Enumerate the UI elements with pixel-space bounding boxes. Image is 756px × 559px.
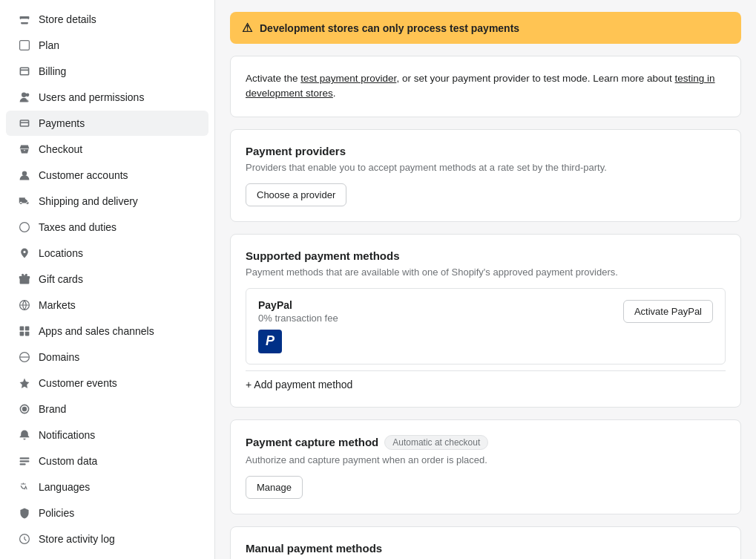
- apps-icon: [18, 324, 31, 338]
- manage-payment-capture-button[interactable]: Manage: [246, 476, 303, 499]
- shipping-icon: [18, 194, 31, 208]
- sidebar-label-custom-data: Custom data: [39, 455, 97, 467]
- manual-payment-methods-title: Manual payment methods: [246, 542, 726, 555]
- sidebar-label-brand: Brand: [39, 403, 66, 415]
- dev-stores-banner: ⚠ Development stores can only process te…: [230, 12, 741, 44]
- languages-icon: [18, 480, 31, 494]
- sidebar-label-billing: Billing: [39, 65, 66, 77]
- sidebar-label-taxes-duties: Taxes and duties: [39, 221, 116, 233]
- paypal-info: PayPal 0% transaction fee: [258, 299, 338, 324]
- activation-note-card: Activate the test payment provider, or s…: [230, 56, 741, 117]
- sidebar-label-store-activity-log: Store activity log: [39, 533, 115, 545]
- sidebar-item-plan[interactable]: Plan: [6, 33, 208, 58]
- sidebar-item-custom-data[interactable]: Custom data: [6, 448, 208, 474]
- sidebar-item-customer-accounts[interactable]: Customer accounts: [6, 163, 208, 188]
- supported-payment-methods-subtitle: Payment methods that are available with …: [246, 267, 726, 278]
- sidebar-item-users-permissions[interactable]: Users and permissions: [6, 85, 208, 110]
- plan-icon: [18, 39, 31, 52]
- sidebar-label-customer-accounts: Customer accounts: [39, 169, 128, 181]
- payment-providers-subtitle: Providers that enable you to accept paym…: [246, 162, 726, 173]
- paypal-logo: P: [258, 330, 282, 353]
- payment-capture-title: Payment capture method: [246, 436, 378, 448]
- locations-icon: [18, 246, 31, 260]
- sidebar-item-brand[interactable]: Brand: [6, 396, 208, 422]
- payment-capture-method-card: Payment capture method Automatic at chec…: [230, 419, 741, 514]
- sidebar-item-taxes-duties[interactable]: Taxes and duties: [6, 215, 208, 240]
- svg-rect-6: [20, 327, 24, 331]
- sidebar-label-domains: Domains: [39, 351, 79, 363]
- sidebar-label-gift-cards: Gift cards: [39, 273, 83, 285]
- svg-rect-9: [25, 332, 30, 336]
- sidebar-label-plan: Plan: [39, 39, 59, 51]
- sidebar-item-shipping-delivery[interactable]: Shipping and delivery: [6, 189, 208, 214]
- warning-icon: ⚠: [242, 21, 252, 35]
- svg-rect-0: [20, 41, 30, 50]
- markets-icon: [18, 298, 31, 312]
- notifications-icon: [18, 428, 31, 442]
- sidebar-item-store-activity-log[interactable]: Store activity log: [6, 526, 208, 552]
- test-payment-link[interactable]: test payment provider: [300, 73, 396, 84]
- svg-rect-3: [20, 278, 30, 284]
- sidebar-item-languages[interactable]: Languages: [6, 474, 208, 500]
- supported-payment-methods-title: Supported payment methods: [246, 249, 726, 262]
- paypal-name: PayPal: [258, 299, 338, 311]
- activity-icon: [18, 532, 31, 546]
- custom-data-icon: [18, 454, 31, 468]
- svg-rect-12: [20, 460, 30, 462]
- sidebar-label-customer-events: Customer events: [39, 377, 117, 389]
- sidebar-label-policies: Policies: [39, 507, 74, 519]
- gift-icon: [18, 272, 31, 286]
- manual-payment-methods-card: Manual payment methods Payments made out…: [230, 526, 741, 560]
- add-payment-method-label: + Add payment method: [246, 379, 352, 390]
- sidebar-label-notifications: Notifications: [39, 429, 95, 441]
- sidebar-label-shipping-delivery: Shipping and delivery: [39, 195, 138, 207]
- svg-rect-4: [19, 276, 30, 278]
- activation-note: Activate the test payment provider, or s…: [246, 71, 726, 102]
- sidebar-item-checkout[interactable]: Checkout: [6, 137, 208, 162]
- svg-point-2: [20, 223, 30, 232]
- svg-rect-8: [20, 332, 24, 336]
- sidebar-label-store-details: Store details: [39, 13, 96, 25]
- banner-text: Development stores can only process test…: [260, 22, 519, 34]
- policies-icon: [18, 506, 31, 520]
- domains-icon: [18, 350, 31, 364]
- payment-capture-badge: Automatic at checkout: [384, 435, 488, 450]
- paypal-fee: 0% transaction fee: [258, 313, 338, 324]
- sidebar-item-payments[interactable]: Payments: [6, 111, 208, 136]
- payments-icon: [18, 117, 31, 130]
- activate-paypal-button[interactable]: Activate PayPal: [623, 300, 713, 323]
- sidebar-item-markets[interactable]: Markets: [6, 292, 208, 318]
- sidebar-item-domains[interactable]: Domains: [6, 344, 208, 370]
- svg-point-1: [22, 171, 27, 175]
- sidebar-item-customer-events[interactable]: Customer events: [6, 370, 208, 396]
- sidebar-label-locations: Locations: [39, 247, 83, 259]
- payment-providers-card: Payment providers Providers that enable …: [230, 129, 741, 222]
- sidebar-label-languages: Languages: [39, 481, 90, 493]
- sidebar-label-users-permissions: Users and permissions: [39, 91, 144, 103]
- paypal-header: PayPal 0% transaction fee Activate PayPa…: [258, 299, 713, 324]
- payment-providers-title: Payment providers: [246, 145, 726, 157]
- sidebar-item-apps-sales-channels[interactable]: Apps and sales channels: [6, 318, 208, 344]
- main-content: ⚠ Development stores can only process te…: [215, 0, 756, 559]
- brand-icon: [18, 402, 31, 416]
- sidebar-label-apps-sales-channels: Apps and sales channels: [39, 325, 154, 337]
- choose-provider-button[interactable]: Choose a provider: [246, 183, 346, 206]
- sidebar-item-policies[interactable]: Policies: [6, 500, 208, 526]
- sidebar-label-checkout: Checkout: [39, 143, 82, 155]
- store-icon: [18, 13, 31, 26]
- payment-capture-description: Authorize and capture payment when an or…: [246, 454, 726, 465]
- users-icon: [18, 91, 31, 104]
- sidebar: Store details Plan Billing Users and per…: [0, 0, 215, 559]
- svg-rect-11: [20, 457, 30, 459]
- add-payment-method-button[interactable]: + Add payment method: [246, 370, 726, 392]
- sidebar-item-billing[interactable]: Billing: [6, 59, 208, 84]
- sidebar-item-notifications[interactable]: Notifications: [6, 422, 208, 448]
- sidebar-item-gift-cards[interactable]: Gift cards: [6, 267, 208, 292]
- checkout-icon: [18, 143, 31, 156]
- sidebar-label-markets: Markets: [39, 299, 76, 311]
- sidebar-label-payments: Payments: [39, 117, 85, 129]
- sidebar-item-locations[interactable]: Locations: [6, 241, 208, 266]
- svg-rect-13: [20, 463, 26, 465]
- taxes-icon: [18, 220, 31, 234]
- sidebar-item-store-details[interactable]: Store details: [6, 7, 208, 32]
